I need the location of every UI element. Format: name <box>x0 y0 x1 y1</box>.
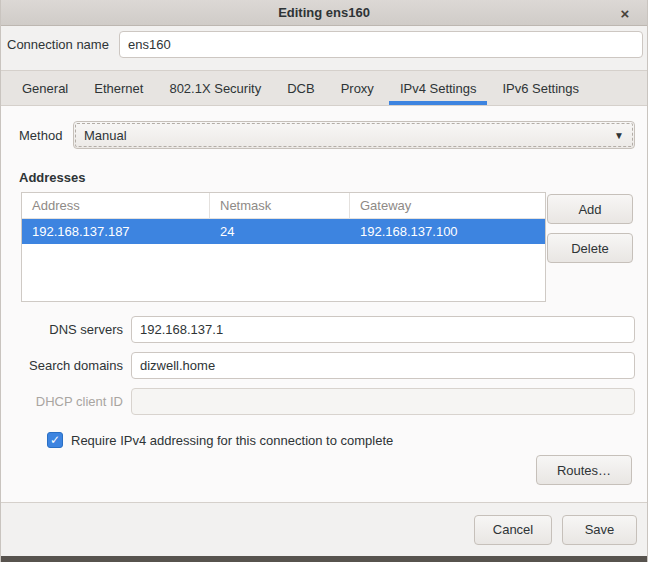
routes-row: Routes… <box>13 455 635 485</box>
tab-general[interactable]: General <box>9 71 81 105</box>
method-selected-value: Manual <box>84 128 614 143</box>
window-bottom-edge <box>1 556 647 562</box>
routes-button[interactable]: Routes… <box>536 455 632 485</box>
tab-proxy[interactable]: Proxy <box>328 71 387 105</box>
table-row[interactable]: 192.168.137.187 24 192.168.137.100 <box>22 219 545 244</box>
close-icon[interactable]: × <box>615 3 635 23</box>
delete-button[interactable]: Delete <box>547 233 633 263</box>
chevron-down-icon: ▼ <box>614 130 624 141</box>
addresses-section: Address Netmask Gateway 192.168.137.187 … <box>13 192 635 302</box>
tab-dcb[interactable]: DCB <box>274 71 327 105</box>
dhcp-client-id-input <box>131 388 635 415</box>
address-buttons: Add Delete <box>546 192 635 263</box>
require-ipv4-checkbox[interactable]: ✓ <box>47 432 63 448</box>
dhcp-client-id-row: DHCP client ID <box>13 388 635 415</box>
method-label: Method <box>13 128 73 143</box>
dhcp-client-id-label: DHCP client ID <box>13 394 131 409</box>
cancel-button[interactable]: Cancel <box>474 515 552 545</box>
cell-netmask: 24 <box>210 219 350 244</box>
save-button[interactable]: Save <box>562 515 637 545</box>
column-header-netmask[interactable]: Netmask <box>210 193 350 218</box>
add-button[interactable]: Add <box>547 194 633 224</box>
require-ipv4-label: Require IPv4 addressing for this connect… <box>71 433 393 448</box>
ipv4-settings-panel: Method Manual ▼ Addresses Address Netmas… <box>1 106 647 503</box>
editing-connection-dialog: Editing ens160 × Connection name General… <box>0 0 648 562</box>
require-ipv4-row: ✓ Require IPv4 addressing for this conne… <box>13 432 635 448</box>
connection-name-label: Connection name <box>7 37 119 52</box>
search-domains-label: Search domains <box>13 358 131 373</box>
column-header-address[interactable]: Address <box>22 193 210 218</box>
settings-tab-bar: General Ethernet 802.1X Security DCB Pro… <box>1 70 647 106</box>
addresses-table-header: Address Netmask Gateway <box>22 193 545 219</box>
titlebar: Editing ens160 × <box>1 0 647 26</box>
method-row: Method Manual ▼ <box>13 120 635 150</box>
tab-ipv4-settings[interactable]: IPv4 Settings <box>387 71 490 105</box>
dns-servers-label: DNS servers <box>13 322 131 337</box>
cell-gateway: 192.168.137.100 <box>350 219 545 244</box>
tab-8021x-security[interactable]: 802.1X Security <box>156 71 274 105</box>
connection-name-input[interactable] <box>119 31 643 58</box>
search-domains-row: Search domains <box>13 352 635 379</box>
column-header-gateway[interactable]: Gateway <box>350 193 545 218</box>
tab-ethernet[interactable]: Ethernet <box>81 71 156 105</box>
addresses-section-label: Addresses <box>13 170 635 185</box>
search-domains-input[interactable] <box>131 352 635 379</box>
dns-servers-row: DNS servers <box>13 316 635 343</box>
dns-servers-input[interactable] <box>131 316 635 343</box>
dialog-action-area: Cancel Save <box>1 503 647 556</box>
connection-name-row: Connection name <box>1 26 647 62</box>
method-dropdown[interactable]: Manual ▼ <box>73 121 635 149</box>
window-title: Editing ens160 <box>278 5 370 20</box>
addresses-table[interactable]: Address Netmask Gateway 192.168.137.187 … <box>21 192 546 302</box>
cell-address: 192.168.137.187 <box>22 219 210 244</box>
tab-ipv6-settings[interactable]: IPv6 Settings <box>489 71 592 105</box>
